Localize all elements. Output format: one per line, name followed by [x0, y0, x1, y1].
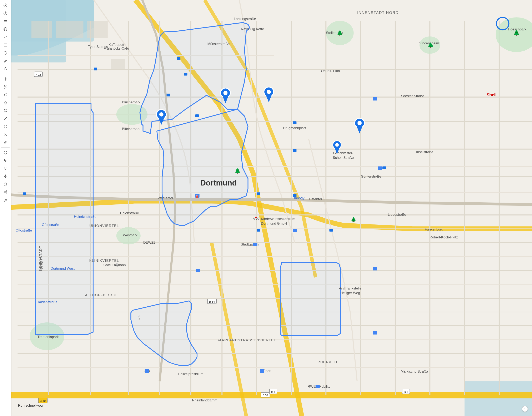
- svg-text:KLINIKVIERTEL: KLINIKVIERTEL: [89, 259, 119, 263]
- svg-marker-173: [4, 159, 7, 162]
- svg-rect-95: [293, 194, 297, 197]
- svg-point-134: [335, 143, 339, 147]
- target-button[interactable]: [2, 107, 9, 115]
- svg-point-178: [6, 191, 7, 192]
- svg-text:Kaffeepott: Kaffeepott: [109, 43, 124, 47]
- svg-point-171: [5, 133, 6, 134]
- svg-point-128: [159, 112, 163, 116]
- svg-line-181: [5, 192, 6, 193]
- svg-rect-91: [184, 73, 188, 76]
- svg-rect-110: [373, 331, 377, 335]
- gear-button[interactable]: [2, 123, 9, 130]
- info-button[interactable]: ℹ: [522, 406, 528, 412]
- cursor-button[interactable]: [2, 157, 9, 164]
- svg-rect-100: [382, 166, 386, 169]
- shield-button[interactable]: [2, 181, 9, 188]
- svg-rect-143: [4, 20, 7, 21]
- svg-point-122: [223, 91, 228, 95]
- svg-text:Blücherpark: Blücherpark: [122, 127, 141, 131]
- draw-circle-button[interactable]: [2, 49, 9, 57]
- pin-button[interactable]: [2, 165, 9, 172]
- svg-text:Scholl-Straße: Scholl-Straße: [333, 156, 354, 160]
- svg-rect-105: [293, 229, 297, 232]
- svg-text:Soester Straße: Soester Straße: [401, 94, 424, 98]
- pan-button[interactable]: [2, 75, 9, 83]
- svg-text:Rheinlanddamm: Rheinlanddamm: [192, 398, 217, 402]
- svg-rect-12: [56, 21, 83, 38]
- time-button[interactable]: [2, 10, 9, 17]
- svg-rect-93: [293, 121, 297, 124]
- svg-text:Märkische Straße: Märkische Straße: [401, 369, 428, 374]
- svg-rect-112: [316, 385, 320, 388]
- svg-text:Lippestraße: Lippestraße: [388, 213, 406, 217]
- svg-text:Tremoniapark: Tremoniapark: [38, 335, 59, 339]
- svg-text:Ostentor: Ostentor: [309, 197, 322, 201]
- svg-text:🍴: 🍴: [136, 315, 141, 320]
- svg-rect-4: [465, 381, 532, 416]
- svg-text:Westpark: Westpark: [123, 233, 138, 237]
- svg-point-177: [4, 192, 5, 193]
- svg-text:ALTHOFFBLOCK: ALTHOFFBLOCK: [85, 293, 116, 297]
- svg-text:B 1: B 1: [271, 390, 275, 394]
- svg-text:Lortzingstraße: Lortzingstraße: [234, 17, 256, 21]
- svg-rect-144: [4, 21, 7, 21]
- route-button[interactable]: [2, 33, 9, 41]
- svg-text:Aral Tankstelle: Aral Tankstelle: [339, 286, 361, 290]
- svg-text:+: +: [255, 215, 257, 220]
- svg-rect-13: [87, 21, 108, 38]
- svg-rect-107: [378, 166, 382, 170]
- svg-rect-92: [195, 115, 199, 117]
- svg-point-179: [6, 193, 7, 194]
- svg-text:SAARLANDSTRASSENVIERTEL: SAARLANDSTRASSENVIERTEL: [216, 338, 276, 342]
- eraser-button[interactable]: [2, 99, 9, 106]
- svg-text:RUHRALLEE: RUHRALLEE: [317, 360, 342, 364]
- map-container[interactable]: Dortmund INNENSTADT NORD UNIONVIERTEL KL…: [0, 0, 532, 416]
- layers-button[interactable]: [2, 18, 9, 25]
- svg-rect-109: [373, 267, 377, 271]
- svg-point-150: [4, 51, 7, 54]
- svg-rect-88: [94, 68, 97, 70]
- nodes-button[interactable]: [2, 188, 9, 196]
- scissors-button[interactable]: [2, 83, 9, 91]
- svg-text:⛽: ⛽: [196, 195, 199, 198]
- svg-text:Polizeipräsidium: Polizeipräsidium: [178, 372, 203, 376]
- svg-text:WEST: WEST: [40, 258, 44, 269]
- zoom-in-button[interactable]: [2, 2, 9, 9]
- svg-rect-145: [4, 22, 7, 22]
- svg-text:🌲: 🌲: [337, 30, 343, 36]
- person-button[interactable]: [2, 131, 9, 138]
- svg-point-174: [5, 167, 6, 169]
- flash-button[interactable]: [2, 173, 9, 180]
- svg-text:🍴: 🍴: [114, 263, 119, 267]
- svg-text:Unionstraße: Unionstraße: [120, 211, 139, 215]
- svg-text:B 1: B 1: [404, 390, 408, 394]
- svg-rect-98: [257, 229, 260, 232]
- pencil-button[interactable]: [2, 57, 9, 65]
- svg-text:Nefis Cig Köfte: Nefis Cig Köfte: [241, 27, 264, 31]
- refresh-button[interactable]: [2, 91, 9, 99]
- svg-marker-19: [280, 263, 340, 336]
- svg-rect-11: [31, 21, 52, 38]
- svg-point-131: [357, 121, 362, 125]
- svg-point-166: [4, 109, 7, 112]
- toolbar-divider-1: [1, 74, 10, 74]
- svg-line-151: [4, 62, 5, 62]
- arrow-button[interactable]: [2, 115, 9, 122]
- hexagon-button[interactable]: [2, 149, 9, 156]
- svg-text:Dortmund West: Dortmund West: [51, 267, 75, 271]
- svg-rect-111: [196, 269, 200, 272]
- svg-point-170: [5, 126, 6, 127]
- svg-text:Ofenstraße: Ofenstraße: [42, 223, 59, 227]
- link-button[interactable]: [2, 139, 9, 146]
- svg-rect-94: [293, 149, 297, 152]
- svg-point-125: [267, 90, 271, 94]
- svg-text:🌲: 🌲: [235, 168, 241, 174]
- draw-rect-button[interactable]: [2, 41, 9, 49]
- svg-text:Heinrichstraße: Heinrichstraße: [74, 215, 96, 219]
- svg-text:B 54: B 54: [209, 300, 215, 303]
- wrench-button[interactable]: [2, 196, 9, 204]
- triangle-button[interactable]: [2, 65, 9, 73]
- svg-text:Ruhrschnellweg: Ruhrschnellweg: [18, 404, 43, 407]
- globe-button[interactable]: [2, 25, 9, 33]
- toolbar: [0, 0, 11, 416]
